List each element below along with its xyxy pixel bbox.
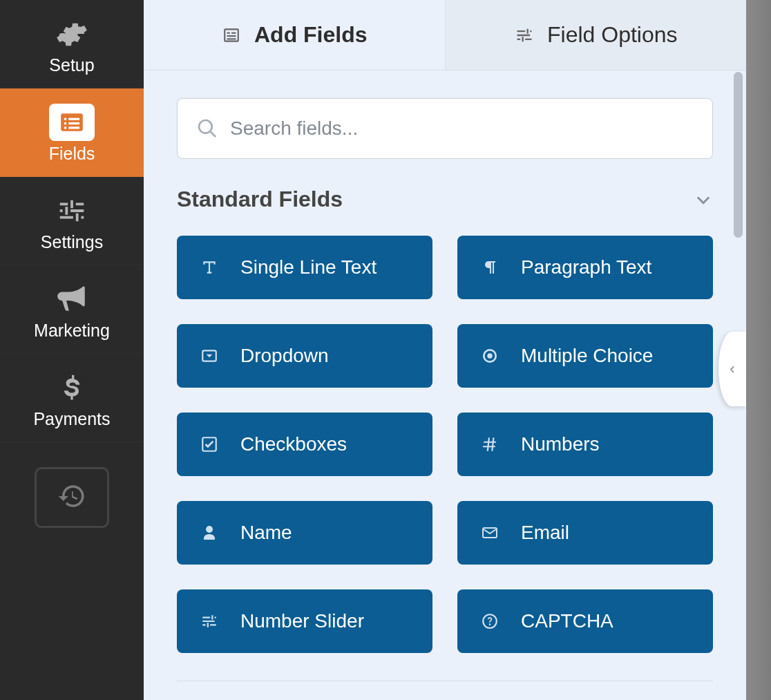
right-edge — [746, 0, 771, 700]
chevron-down-icon — [694, 190, 713, 209]
field-numbers[interactable]: Numbers — [457, 413, 713, 476]
checkbox-icon — [199, 434, 220, 455]
field-label: Paragraph Text — [521, 256, 651, 278]
tab-label: Add Fields — [254, 22, 368, 48]
field-number-slider[interactable]: Number Slider — [177, 589, 432, 653]
tab-add-fields[interactable]: Add Fields — [144, 0, 446, 70]
field-label: Email — [521, 522, 569, 544]
chevron-left-icon: ‹ — [730, 360, 734, 378]
field-label: CAPTCHA — [521, 610, 613, 632]
section-header[interactable]: Standard Fields — [177, 187, 713, 212]
sidebar-item-fields[interactable]: Fields — [0, 88, 144, 177]
envelope-icon — [479, 522, 500, 543]
paragraph-icon — [479, 257, 500, 278]
question-icon — [479, 611, 500, 632]
field-email[interactable]: Email — [457, 501, 713, 565]
field-label: Multiple Choice — [521, 345, 653, 367]
form-icon — [221, 25, 242, 46]
user-icon — [199, 522, 220, 543]
sidebar-label: Settings — [41, 234, 103, 251]
sidebar-item-settings[interactable]: Settings — [0, 177, 144, 265]
sidebar-item-marketing[interactable]: Marketing — [0, 265, 144, 354]
fields-grid: Single Line Text Paragraph Text Dropdown… — [177, 236, 713, 653]
sidebar: Setup Fields Settings Marketing Payments — [0, 0, 144, 700]
sliders-icon — [514, 25, 535, 46]
gear-icon — [53, 15, 91, 53]
field-label: Number Slider — [240, 610, 364, 632]
list-icon — [49, 104, 95, 141]
sidebar-label: Marketing — [34, 322, 110, 339]
search-wrapper — [177, 98, 713, 159]
bullhorn-icon — [53, 281, 91, 318]
search-icon — [196, 117, 218, 140]
field-name[interactable]: Name — [177, 501, 432, 565]
sliders-icon — [199, 611, 220, 632]
sidebar-item-payments[interactable]: Payments — [0, 354, 144, 442]
separator — [177, 681, 713, 681]
history-icon — [57, 482, 86, 513]
search-input[interactable] — [177, 98, 713, 159]
collapse-panel-button[interactable]: ‹ — [718, 332, 746, 406]
radio-icon — [479, 346, 500, 366]
dropdown-icon — [199, 346, 220, 366]
section-title: Standard Fields — [177, 187, 343, 212]
tab-label: Field Options — [547, 22, 678, 48]
tabs: Add Fields Field Options — [144, 0, 746, 70]
field-label: Name — [240, 522, 292, 544]
history-button[interactable] — [35, 467, 109, 528]
main-panel: Add Fields Field Options Standard Fields… — [144, 0, 746, 700]
field-multiple-choice[interactable]: Multiple Choice — [457, 324, 713, 388]
field-checkboxes[interactable]: Checkboxes — [177, 413, 432, 476]
dollar-icon — [53, 369, 91, 406]
sidebar-label: Fields — [49, 145, 95, 162]
sidebar-item-setup[interactable]: Setup — [0, 0, 144, 88]
field-paragraph-text[interactable]: Paragraph Text — [457, 236, 713, 299]
field-single-line-text[interactable]: Single Line Text — [177, 236, 432, 299]
field-label: Single Line Text — [240, 256, 377, 278]
field-label: Checkboxes — [240, 433, 347, 455]
field-label: Dropdown — [240, 345, 329, 367]
scrollbar-thumb[interactable] — [734, 72, 743, 238]
sliders-icon — [53, 192, 91, 229]
sidebar-label: Payments — [33, 410, 110, 428]
field-captcha[interactable]: CAPTCHA — [457, 589, 713, 653]
tab-field-options[interactable]: Field Options — [446, 0, 747, 70]
field-label: Numbers — [521, 433, 600, 455]
hash-icon — [479, 434, 500, 455]
panel-content: Standard Fields Single Line Text Paragra… — [144, 70, 746, 700]
sidebar-label: Setup — [49, 57, 94, 74]
text-icon — [199, 257, 220, 278]
field-dropdown[interactable]: Dropdown — [177, 324, 432, 388]
